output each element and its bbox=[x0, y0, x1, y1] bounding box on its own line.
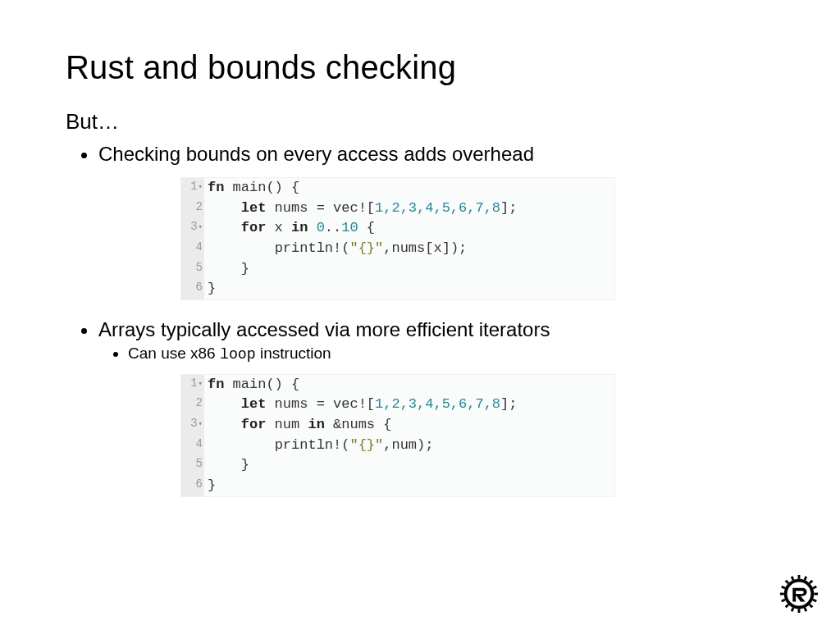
line-number: 3▾ bbox=[181, 415, 204, 436]
bullet-2-sub: Can use x86 loop instruction bbox=[128, 345, 774, 363]
svg-rect-16 bbox=[804, 607, 807, 612]
code-block-1: 1▾ fn main() { 2 let nums = vec![1,2,3,4… bbox=[180, 177, 615, 300]
bullet-list-2: Arrays typically accessed via more effic… bbox=[80, 318, 774, 363]
rust-logo-icon bbox=[779, 574, 819, 614]
line-number: 4 bbox=[181, 436, 204, 456]
line-number: 6 bbox=[181, 476, 204, 496]
line-number: 4 bbox=[181, 239, 204, 259]
line-number: 1▾ bbox=[181, 375, 204, 395]
svg-rect-3 bbox=[780, 593, 784, 596]
line-number: 5 bbox=[181, 259, 204, 280]
svg-rect-8 bbox=[812, 599, 817, 602]
line-number: 3▾ bbox=[181, 218, 204, 239]
line-number: 5 bbox=[181, 455, 204, 476]
svg-rect-6 bbox=[791, 607, 794, 612]
svg-rect-14 bbox=[781, 599, 786, 602]
bullet-list: Checking bounds on every access adds ove… bbox=[80, 143, 774, 166]
line-number: 1▾ bbox=[181, 178, 204, 199]
line-number: 6 bbox=[181, 279, 204, 299]
code-block-2: 1▾ fn main() { 2 let nums = vec![1,2,3,4… bbox=[180, 374, 615, 497]
line-number: 2 bbox=[181, 395, 204, 415]
line-number: 2 bbox=[181, 199, 204, 219]
bullet-1: Checking bounds on every access adds ove… bbox=[98, 143, 774, 166]
slide-title: Rust and bounds checking bbox=[66, 49, 774, 86]
svg-rect-1 bbox=[798, 575, 801, 579]
bullet-2: Arrays typically accessed via more effic… bbox=[98, 318, 774, 363]
slide-subtitle: But… bbox=[66, 109, 774, 135]
svg-rect-5 bbox=[804, 576, 807, 581]
svg-rect-7 bbox=[781, 586, 786, 589]
svg-rect-15 bbox=[791, 576, 794, 581]
inline-code: loop bbox=[220, 346, 256, 363]
svg-rect-4 bbox=[814, 593, 818, 596]
svg-rect-13 bbox=[812, 586, 817, 589]
svg-rect-2 bbox=[798, 609, 801, 613]
slide: Rust and bounds checking But… Checking b… bbox=[0, 0, 840, 548]
